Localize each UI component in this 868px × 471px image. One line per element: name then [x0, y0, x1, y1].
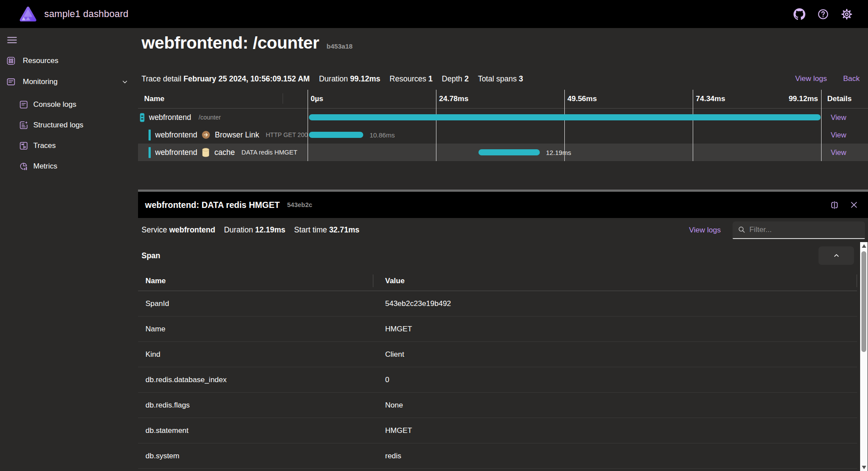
hamburger-icon — [7, 35, 18, 46]
attribute-name: db.redis.flags — [138, 401, 373, 410]
span-attributes-table: Name Value SpanId 543eb2c23e19b492 — [138, 271, 857, 469]
column-name: Name — [138, 95, 308, 103]
sidebar-nav: Resources Monitoring — [0, 50, 138, 176]
sidebar-item-structured-logs[interactable]: Structured logs — [0, 115, 138, 135]
span-duration-label: 10.86ms — [369, 126, 395, 144]
attribute-value: Client — [373, 350, 857, 359]
span-view-logs-link[interactable]: View logs — [689, 226, 721, 235]
attribute-row[interactable]: Name HMGET — [138, 316, 857, 342]
span-service: webfrontend — [149, 113, 191, 122]
column-divider — [857, 274, 857, 287]
attribute-value: 543eb2c23e19b492 — [373, 299, 857, 308]
attribute-name: db.redis.database_index — [138, 376, 373, 384]
sidebar-item-label: Console logs — [33, 100, 76, 109]
span-name: cache — [214, 148, 235, 157]
span-duration-field: Duration 12.19ms — [224, 225, 285, 235]
github-icon — [794, 8, 805, 20]
trace-row-webfrontend-counter[interactable]: webfrontend /counter View — [138, 109, 868, 126]
tick-4: 99.12ms — [789, 90, 818, 108]
scrollbar-track[interactable] — [860, 250, 868, 464]
brand: sample1 dashboard — [19, 6, 128, 22]
tick-1: 24.78ms — [439, 90, 468, 108]
trace-waterfall-table: Name 0µs 24.78ms 49.56ms 74.34ms 99.12ms… — [138, 90, 868, 161]
span-name: Browser Link — [215, 130, 259, 140]
attribute-row[interactable]: SpanId 543eb2c23e19b492 — [138, 291, 857, 316]
span-bar[interactable] — [309, 114, 821, 120]
attribute-name: db.system — [138, 452, 373, 460]
attribute-row[interactable]: db.statement HMGET — [138, 418, 857, 443]
span-status: HTTP GET 200 — [266, 131, 308, 138]
sidebar-item-label: Structured logs — [33, 121, 83, 130]
attribute-row[interactable]: Kind Client — [138, 342, 857, 367]
attribute-row[interactable]: db.redis.flags None — [138, 393, 857, 418]
span-duration-label: 12.19ms — [546, 144, 571, 161]
sidebar-item-resources[interactable]: Resources — [0, 50, 138, 71]
span-bar[interactable] — [309, 132, 363, 138]
app-header: sample1 dashboard — [0, 0, 868, 28]
attribute-name: Kind — [138, 350, 373, 359]
menu-toggle-button[interactable] — [6, 34, 18, 46]
attribute-row[interactable]: db.system redis — [138, 443, 857, 469]
trace-detail-field: Trace detail February 25 2024, 10:56:09.… — [142, 74, 310, 84]
collapse-section-button[interactable] — [818, 246, 854, 265]
traces-icon — [19, 141, 28, 151]
attribute-row[interactable]: db.redis.database_index 0 — [138, 367, 857, 393]
view-logs-link[interactable]: View logs — [795, 74, 827, 83]
monitoring-icon — [6, 77, 16, 87]
span-service: webfrontend — [155, 130, 197, 140]
depth-field: Depth 2 — [442, 74, 468, 84]
column-value: Value — [373, 277, 857, 285]
column-name: Name — [138, 277, 373, 285]
help-icon — [817, 8, 829, 20]
service-field: Service webfrontend — [142, 225, 215, 235]
trace-row-cache[interactable]: webfrontend cache DATA redis HMGET 12.19… — [138, 144, 868, 161]
trace-meta-links: View logs Back — [795, 74, 860, 83]
vertical-scrollbar[interactable] — [860, 242, 868, 471]
metrics-icon — [19, 162, 28, 171]
settings-button[interactable] — [840, 7, 853, 21]
span-bar[interactable] — [478, 149, 540, 155]
back-link[interactable]: Back — [843, 74, 860, 83]
view-span-link[interactable]: View — [831, 113, 846, 122]
resources-icon — [6, 56, 16, 66]
span-detail-header: webfrontend: DATA redis HMGET 543eb2c — [138, 192, 868, 218]
span-detail-panel: webfrontend: DATA redis HMGET 543eb2c — [138, 190, 868, 471]
filter-input[interactable] — [749, 225, 861, 234]
span-kind: /counter — [198, 114, 221, 121]
tick-0: 0µs — [311, 90, 323, 108]
help-button[interactable] — [816, 7, 829, 21]
attribute-value: redis — [373, 452, 857, 460]
split-panel-icon — [830, 200, 839, 210]
span-depth-marker — [149, 130, 151, 141]
span-status: DATA redis HMGET — [241, 149, 298, 156]
span-attributes-rows: SpanId 543eb2c23e19b492 Name HMGET Kind — [138, 291, 857, 469]
span-service: webfrontend — [155, 148, 197, 157]
attribute-value: HMGET — [373, 426, 857, 435]
total-spans-field: Total spans 3 — [478, 74, 523, 84]
github-button[interactable] — [793, 7, 806, 21]
span-detail-body: Span Name Value — [138, 242, 868, 471]
chevron-down-icon — [120, 77, 129, 86]
aspire-logo — [19, 6, 37, 22]
close-panel-button[interactable] — [847, 198, 861, 212]
sidebar-item-metrics[interactable]: Metrics — [0, 156, 138, 176]
span-attributes-header: Name Value — [138, 271, 857, 291]
panel-buttons — [827, 198, 861, 212]
tick-2: 49.56ms — [567, 90, 597, 108]
span-start-field: Start time 32.71ms — [294, 225, 359, 235]
timeline-header: 0µs 24.78ms 49.56ms 74.34ms 99.12ms — [308, 90, 821, 108]
filter-box — [733, 221, 865, 239]
sidebar-item-traces[interactable]: Traces — [0, 135, 138, 156]
view-span-link[interactable]: View — [831, 148, 846, 157]
split-panel-button[interactable] — [827, 198, 841, 212]
sidebar-item-monitoring[interactable]: Monitoring — [0, 71, 138, 92]
search-icon — [738, 225, 745, 234]
tick-3: 74.34ms — [696, 90, 725, 108]
trace-row-browser-link[interactable]: webfrontend Browser Link HTTP GET 200 10… — [138, 126, 868, 144]
view-span-link[interactable]: View — [831, 131, 846, 139]
attribute-name: db.statement — [138, 426, 373, 435]
scroll-up-button[interactable] — [860, 242, 868, 250]
sidebar-item-console-logs[interactable]: Console logs — [0, 94, 138, 115]
scrollbar-thumb[interactable] — [861, 251, 866, 352]
scroll-down-button[interactable] — [860, 464, 868, 471]
